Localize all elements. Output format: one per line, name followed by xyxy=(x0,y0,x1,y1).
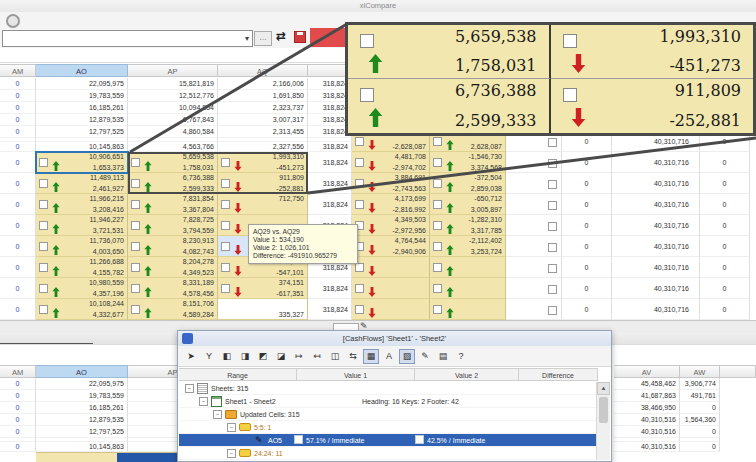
grid-cell[interactable]: 4,563,766 xyxy=(128,142,218,152)
diff-cell[interactable]: 11,966,215 3,208,416 xyxy=(36,194,128,215)
diff-checkbox[interactable] xyxy=(360,34,374,48)
diff-checkbox[interactable] xyxy=(548,306,557,315)
diff-checkbox[interactable] xyxy=(355,158,364,167)
grid-cell[interactable]: 22,095,975 xyxy=(36,378,128,390)
dialog-toolbar-button[interactable]: ◧ xyxy=(219,349,235,364)
grid-cell[interactable] xyxy=(506,194,562,215)
dialog-toolbar-button[interactable]: ⇆ xyxy=(345,349,361,364)
diff-cell[interactable] xyxy=(430,257,506,278)
tree-expander-icon[interactable]: − xyxy=(227,423,236,432)
diff-cell[interactable]: 11,489,113 2,461,927 xyxy=(36,173,128,194)
grid-cell[interactable]: 0 xyxy=(562,236,612,257)
diff-cell[interactable]: -2,112,402 3,253,724 xyxy=(430,236,506,257)
diff-checkbox[interactable] xyxy=(39,305,48,314)
grid-cell[interactable]: 0 xyxy=(0,142,36,152)
diff-cell[interactable]: 10,108,244 4,332,677 xyxy=(36,299,128,320)
diff-cell[interactable]: 4,173,699 -2,816,992 xyxy=(352,194,430,215)
diff-checkbox[interactable] xyxy=(131,179,140,188)
grid-cell[interactable]: 0 xyxy=(0,126,36,138)
diff-cell[interactable]: 8,204,278 4,349,523 xyxy=(128,257,218,278)
app-icon[interactable] xyxy=(6,14,20,28)
grid-cell[interactable]: 0 xyxy=(0,278,36,299)
diff-cell[interactable]: 4,764,544 -2,940,906 xyxy=(352,236,430,257)
column-header-am[interactable]: AM xyxy=(0,64,36,77)
diff-checkbox[interactable] xyxy=(433,158,442,167)
diff-checkbox[interactable] xyxy=(433,242,442,251)
diff-checkbox[interactable] xyxy=(39,179,48,188)
diff-checkbox[interactable] xyxy=(221,221,230,230)
grid-cell[interactable]: 22,095,975 xyxy=(36,78,128,90)
grid-cell[interactable]: 16,185,261 xyxy=(36,102,128,114)
diff-cell[interactable]: 7,828,725 3,794,559 xyxy=(128,215,218,236)
column-header-am[interactable]: AM xyxy=(0,365,36,378)
grid-cell[interactable]: 40,310,516 xyxy=(614,442,680,452)
grid-cell[interactable]: 3,906,774 xyxy=(680,378,720,390)
diff-cell[interactable]: 4,481,708 -2,974,702 xyxy=(352,152,430,173)
grid-cell[interactable]: 0 xyxy=(0,257,36,278)
grid-cell[interactable] xyxy=(506,215,562,236)
dialog-toolbar-button[interactable]: ◪ xyxy=(273,349,289,364)
diff-cell[interactable]: 1,993,310 -451,273 xyxy=(218,152,308,173)
grid-cell[interactable]: 491,761 xyxy=(680,390,720,402)
diff-checkbox[interactable] xyxy=(39,284,48,293)
diff-checkbox[interactable] xyxy=(221,284,230,293)
grid-cell[interactable]: 0 xyxy=(0,378,36,390)
grid-cell[interactable]: 40,310,716 xyxy=(612,257,700,278)
grid-cell[interactable]: 10,094,854 xyxy=(128,102,218,114)
grid-cell[interactable]: 19,783,559 xyxy=(36,390,128,402)
diff-checkbox[interactable] xyxy=(355,263,364,272)
results-tree-row[interactable]: − 24:24: 11 xyxy=(179,447,598,460)
grid-cell[interactable]: 0 xyxy=(700,215,750,236)
diff-checkbox[interactable] xyxy=(39,221,48,230)
grid-cell[interactable]: 40,310,716 xyxy=(612,299,700,320)
diff-checkbox[interactable] xyxy=(131,263,140,272)
diff-cell[interactable] xyxy=(430,278,506,299)
results-tree-row[interactable]: − Updated Cells: 315 xyxy=(179,408,598,421)
grid-cell[interactable] xyxy=(506,257,562,278)
diff-checkbox[interactable] xyxy=(221,179,230,188)
grid-cell[interactable]: 0 xyxy=(700,257,750,278)
diff-checkbox[interactable] xyxy=(548,201,557,210)
diff-checkbox[interactable] xyxy=(433,221,442,230)
grid-cell[interactable]: 40,310,716 xyxy=(612,278,700,299)
grid-cell[interactable]: 19,783,559 xyxy=(36,90,128,102)
diff-cell[interactable]: 5,659,538 1,758,031 xyxy=(128,152,218,173)
diff-checkbox[interactable] xyxy=(39,242,48,251)
diff-checkbox[interactable] xyxy=(355,137,364,146)
grid-cell[interactable]: 0 xyxy=(0,152,36,173)
dialog-toolbar-button[interactable]: ↤ xyxy=(309,349,325,364)
diff-cell[interactable]: 10,906,651 1,653,373 xyxy=(36,152,128,173)
diff-cell[interactable]: 7,831,854 3,367,804 xyxy=(128,194,218,215)
grid-cell[interactable]: 45,458,462 xyxy=(614,378,680,390)
grid-cell[interactable]: 318,824 xyxy=(308,299,352,320)
diff-checkbox[interactable] xyxy=(563,34,577,48)
grid-cell[interactable]: 0 xyxy=(562,194,612,215)
diff-checkbox[interactable] xyxy=(548,285,557,294)
grid-cell[interactable]: 0 xyxy=(0,236,36,257)
browse-button[interactable]: … xyxy=(254,31,272,46)
diff-checkbox[interactable] xyxy=(131,200,140,209)
grid-cell[interactable]: 40,310,516 xyxy=(614,426,680,438)
diff-cell[interactable] xyxy=(352,278,430,299)
results-header-value1[interactable]: Value 1 xyxy=(297,368,415,381)
diff-checkbox[interactable] xyxy=(39,200,48,209)
results-tree-row[interactable]: − Sheet1 - Sheet2 Heading: 16 Keys: 2 Fo… xyxy=(179,395,598,408)
diff-checkbox[interactable] xyxy=(563,88,577,102)
dialog-toolbar-button[interactable]: A xyxy=(381,349,397,364)
grid-cell[interactable]: 0 xyxy=(0,90,36,102)
diff-cell[interactable]: 3,884,691 -2,743,563 xyxy=(352,173,430,194)
diff-cell[interactable]: -372,504 2,859,038 xyxy=(430,173,506,194)
diff-checkbox[interactable] xyxy=(548,180,557,189)
grid-cell[interactable] xyxy=(506,299,562,320)
grid-cell[interactable]: 12,879,535 xyxy=(36,114,128,126)
grid-cell[interactable]: 40,310,716 xyxy=(612,215,700,236)
dialog-toolbar-button[interactable]: ▨ xyxy=(399,349,415,364)
grid-cell[interactable]: 2,313,455 xyxy=(218,126,308,138)
diff-checkbox[interactable] xyxy=(548,138,557,147)
diff-checkbox[interactable] xyxy=(433,263,442,272)
grid-cell[interactable]: 0 xyxy=(0,299,36,320)
dialog-toolbar-button[interactable]: ? xyxy=(453,349,469,364)
grid-cell[interactable]: 0 xyxy=(562,278,612,299)
diff-cell[interactable]: -1,282,310 3,317,785 xyxy=(430,215,506,236)
grid-cell[interactable]: 6,767,843 xyxy=(128,114,218,126)
